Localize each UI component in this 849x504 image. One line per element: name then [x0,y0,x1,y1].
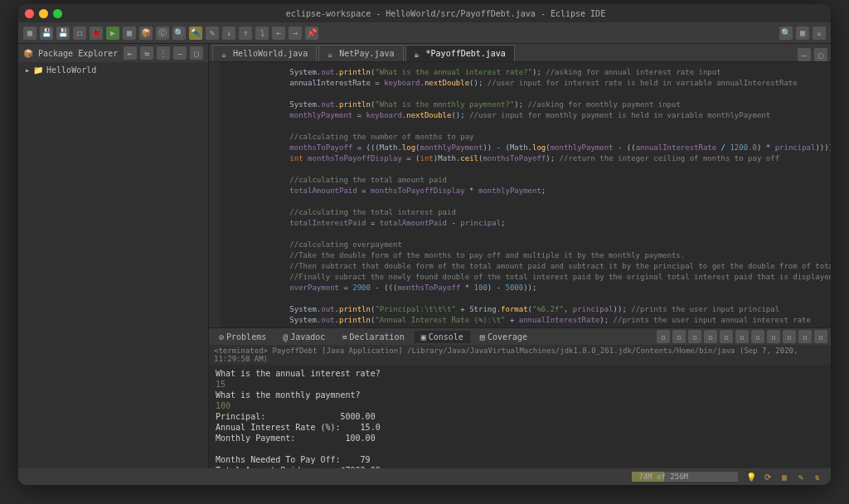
tip-icon[interactable]: 💡 [745,470,758,483]
minimize-view-icon[interactable]: – [173,46,187,60]
package-explorer-title: Package Explorer [38,49,118,58]
heap-status[interactable]: 74M of 256M [632,472,738,482]
back-icon[interactable]: ← [272,27,285,40]
console-terminated-info: <terminated> PayoffDebt [Java Applicatio… [209,345,831,365]
project-icon: 📁 [33,65,43,75]
run-icon[interactable]: ▶ [106,27,119,40]
open-console-icon[interactable]: ▫ [783,330,796,343]
save-icon[interactable]: 💾 [40,27,53,40]
scroll-lock-icon[interactable]: ▫ [720,330,733,343]
status-bar: 74M of 256M 💡 ⟳ ▥ ✎ ⇅ [18,468,831,485]
display-console-icon[interactable]: ▫ [767,330,780,343]
java-file-icon: ☕ [415,50,423,58]
open-type-icon[interactable]: 🔍 [172,27,186,40]
ide-window: eclipse-workspace - HelloWorld/src/Payof… [18,4,831,485]
declaration-icon: ≡ [342,332,347,342]
new-class-icon[interactable]: Ⓒ [156,27,169,40]
tab-label: *PayoffDebt.java [426,49,506,58]
project-label: HelloWorld [46,65,96,75]
close-icon[interactable] [25,9,34,18]
java-perspective-icon[interactable]: ☕ [813,27,826,40]
tab-label: HelloWorld.java [233,49,308,58]
window-title: eclipse-workspace - HelloWorld/src/Payof… [67,9,824,18]
search-field-icon[interactable]: 🔍 [779,27,793,40]
main-toolbar: ▦ 💾 💾 ◻ 🐞 ▶ ▦ 📦 Ⓒ 🔍 🔦 ✎ ↓ ↑ ⤵ ← → 📌 🔍 ▦ … [18,22,831,44]
bottom-tab-problems[interactable]: ⊘Problems [212,331,273,343]
bottom-tab-label: Problems [226,332,266,342]
java-file-icon: ☕ [327,50,336,58]
tasks-icon[interactable]: ✎ [794,470,808,483]
updates-icon[interactable]: ⟳ [761,470,774,483]
remove-all-icon[interactable]: ▫ [688,330,701,343]
minimize-view-icon[interactable]: ▫ [798,330,812,343]
toggle-mark-icon[interactable]: ✎ [206,27,219,40]
word-wrap-icon[interactable]: ▫ [735,330,749,343]
java-file-icon: ☕ [221,50,230,58]
package-explorer-tree[interactable]: ▸ 📁 HelloWorld [18,62,208,468]
next-annot-icon[interactable]: ↓ [222,27,235,40]
remove-launch-icon[interactable]: ▫ [672,330,686,343]
bottom-tab-javadoc[interactable]: @Javadoc [276,331,332,343]
pkg-icon: 📦 [23,49,33,58]
bottom-tab-coverage[interactable]: ▤Coverage [473,331,534,343]
minimize-icon[interactable] [39,9,48,18]
tree-item[interactable]: ▸ 📁 HelloWorld [25,65,201,75]
bottom-tab-label: Coverage [488,332,527,342]
coverage-icon[interactable]: ▦ [123,27,136,40]
maximize-view-icon[interactable]: ▢ [190,46,203,60]
prev-annot-icon[interactable]: ↑ [239,27,252,40]
coverage-icon: ▤ [480,332,485,342]
problems-icon: ⊘ [219,332,224,342]
sync-icon[interactable]: ⇅ [811,470,824,483]
trim-bar: 💡 ⟳ ▥ ✎ ⇅ [745,470,824,483]
code-editor[interactable]: System.out.println("What is the annual i… [209,62,831,327]
terminate-icon[interactable]: ▫ [657,330,670,343]
step-over-icon[interactable]: ⤵ [255,27,269,40]
javadoc-icon: @ [283,332,288,342]
debug-icon[interactable]: 🐞 [90,27,103,40]
bottom-tab-declaration[interactable]: ≡Declaration [335,331,410,343]
bottom-tab-label: Declaration [349,332,404,342]
bottom-panel: ⊘Problems@Javadoc≡Declaration▣Console▤Co… [209,327,831,468]
link-editor-icon[interactable]: ⇆ [140,46,153,60]
clear-console-icon[interactable]: ▫ [704,330,717,343]
package-explorer: 📦 Package Explorer ⇤ ⇆ ⋮ – ▢ ▸ 📁 HelloWo… [18,44,209,468]
bottom-tab-label: Javadoc [290,332,325,342]
save-all-icon[interactable]: 💾 [56,27,70,40]
search-icon[interactable]: 🔦 [189,27,202,40]
pin-icon[interactable]: 📌 [305,27,318,40]
editor-tab[interactable]: ☕NetPay.java [318,45,403,61]
zoom-icon[interactable] [53,9,62,18]
pin-console-icon[interactable]: ▫ [751,330,764,343]
main-area: 📦 Package Explorer ⇤ ⇆ ⋮ – ▢ ▸ 📁 HelloWo… [18,44,831,468]
bottom-tab-console[interactable]: ▣Console [415,331,470,343]
new-pkg-icon[interactable]: 📦 [139,27,153,40]
console-output[interactable]: What is the annual interest rate? 15 Wha… [209,365,831,468]
new-icon[interactable]: ▦ [23,27,36,40]
editor-tab[interactable]: ☕HelloWorld.java [212,45,317,61]
collapse-all-icon[interactable]: ⇤ [124,46,137,60]
fwd-icon[interactable]: → [289,27,302,40]
chevron-right-icon: ▸ [25,65,30,75]
package-explorer-header: 📦 Package Explorer ⇤ ⇆ ⋮ – ▢ [18,44,208,62]
bottom-tab-label: Console [429,332,463,342]
editor-area: ☕HelloWorld.java☕NetPay.java☕*PayoffDebt… [209,44,831,468]
minimize-editor-icon[interactable]: – [798,48,811,61]
editor-tab[interactable]: ☕*PayoffDebt.java [405,45,515,61]
maximize-view-icon[interactable]: ▫ [814,330,827,343]
titlebar: eclipse-workspace - HelloWorld/src/Payof… [18,4,831,22]
stop-icon[interactable]: ◻ [73,27,86,40]
tab-label: NetPay.java [339,49,394,58]
maximize-editor-icon[interactable]: ▢ [814,48,827,61]
console-icon: ▣ [421,332,426,342]
view-menu-icon[interactable]: ⋮ [157,46,170,60]
open-perspective-icon[interactable]: ▦ [796,27,809,40]
editor-tabs: ☕HelloWorld.java☕NetPay.java☕*PayoffDebt… [209,44,831,62]
overview-icon[interactable]: ▥ [778,470,791,483]
bottom-tabs: ⊘Problems@Javadoc≡Declaration▣Console▤Co… [209,328,831,345]
